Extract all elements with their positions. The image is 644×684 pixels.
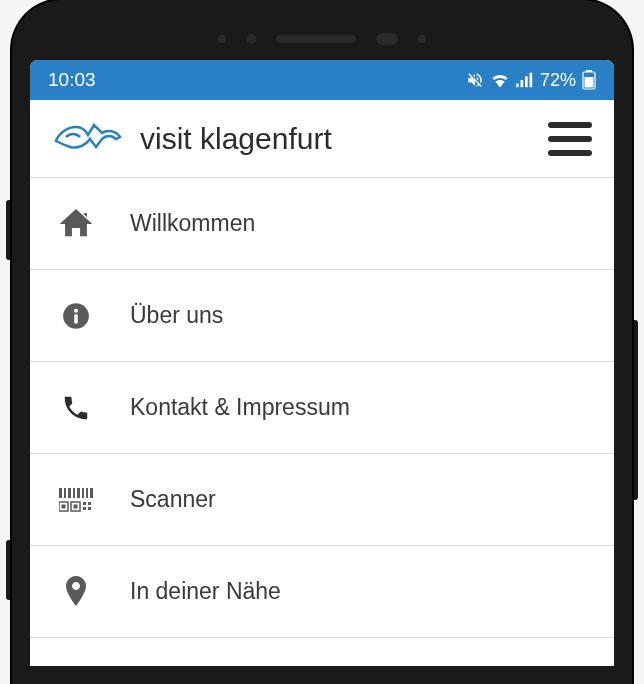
signal-icon: [516, 72, 534, 88]
svg-rect-1: [520, 80, 523, 87]
menu-item-welcome[interactable]: Willkommen: [30, 178, 614, 270]
app-logo-icon: [52, 115, 126, 163]
svg-rect-9: [74, 314, 78, 323]
screen: 10:03 72%: [30, 60, 614, 666]
menu-item-label: Scanner: [130, 486, 216, 513]
status-bar: 10:03 72%: [30, 60, 614, 100]
menu-item-label: Über uns: [130, 302, 223, 329]
svg-rect-2: [525, 76, 528, 87]
svg-rect-11: [64, 488, 66, 498]
menu-item-label: In deiner Nähe: [130, 578, 281, 605]
phone-body: 10:03 72%: [12, 0, 632, 684]
svg-rect-21: [74, 504, 78, 508]
info-icon: [56, 296, 96, 336]
mute-icon: [466, 71, 484, 89]
svg-rect-14: [77, 488, 80, 498]
svg-rect-22: [83, 502, 86, 505]
menu-item-scanner[interactable]: Scanner: [30, 454, 614, 546]
svg-rect-5: [586, 70, 592, 72]
app-title: visit klagenfurt: [140, 122, 548, 156]
battery-percent: 72%: [540, 70, 576, 91]
svg-rect-6: [585, 77, 594, 88]
menu-item-contact[interactable]: Kontakt & Impressum: [30, 362, 614, 454]
svg-rect-0: [516, 84, 519, 88]
menu-list: Willkommen Über uns Kontakt & Impressum: [30, 178, 614, 638]
phone-sensor-area: [30, 18, 614, 60]
phone-icon: [56, 388, 96, 428]
menu-item-about[interactable]: Über uns: [30, 270, 614, 362]
svg-rect-15: [82, 488, 84, 498]
home-icon: [56, 204, 96, 244]
status-icons: 72%: [466, 70, 596, 91]
svg-rect-12: [68, 488, 71, 498]
svg-rect-19: [62, 504, 66, 508]
svg-rect-13: [73, 488, 75, 498]
svg-point-8: [74, 308, 78, 312]
svg-rect-10: [59, 488, 62, 498]
svg-rect-24: [83, 507, 86, 510]
svg-rect-23: [88, 502, 91, 505]
menu-item-label: Kontakt & Impressum: [130, 394, 350, 421]
wifi-icon: [490, 72, 510, 88]
svg-rect-25: [88, 507, 91, 510]
status-time: 10:03: [48, 69, 96, 91]
hamburger-menu-button[interactable]: [548, 122, 592, 156]
menu-item-nearby[interactable]: In deiner Nähe: [30, 546, 614, 638]
svg-rect-3: [529, 73, 532, 87]
battery-icon: [582, 70, 596, 90]
barcode-icon: [56, 480, 96, 520]
phone-frame: 10:03 72%: [0, 0, 644, 684]
location-icon: [56, 572, 96, 612]
menu-item-label: Willkommen: [130, 210, 255, 237]
svg-rect-16: [86, 488, 88, 498]
svg-rect-17: [90, 488, 93, 498]
app-header: visit klagenfurt: [30, 100, 614, 178]
